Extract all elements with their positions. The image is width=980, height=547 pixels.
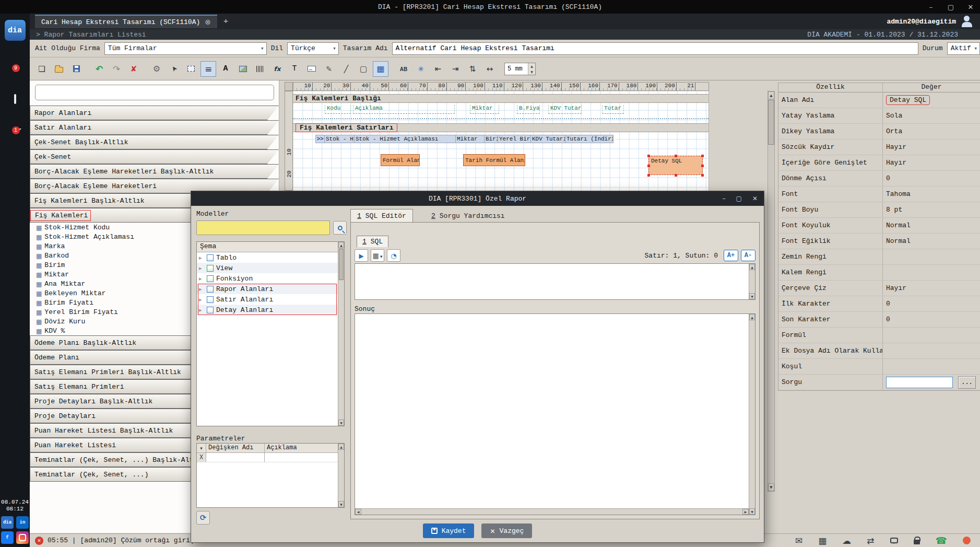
font-decrease-button[interactable]: A- bbox=[741, 250, 755, 261]
save-button[interactable]: Kaydet bbox=[423, 523, 475, 538]
social-instagram-icon[interactable] bbox=[16, 531, 29, 544]
result-vertical-scrollbar[interactable] bbox=[749, 314, 755, 515]
tree-item[interactable]: Satır Alanları bbox=[197, 294, 338, 305]
data-field-cell[interactable]: Biri bbox=[485, 135, 498, 143]
scroll-up-icon[interactable] bbox=[768, 91, 774, 99]
tree-item[interactable]: Tablo bbox=[197, 252, 338, 263]
minimize-icon[interactable] bbox=[927, 3, 935, 11]
line-button[interactable] bbox=[338, 61, 354, 77]
data-field-cell[interactable]: Stok - Hizmet Açıklaması bbox=[355, 135, 456, 143]
result-horizontal-scrollbar[interactable] bbox=[355, 508, 749, 515]
ab-field-button[interactable] bbox=[396, 61, 411, 77]
parameters-scrollbar[interactable] bbox=[338, 444, 344, 507]
tools-button[interactable] bbox=[149, 61, 164, 77]
sections-search-input[interactable] bbox=[35, 85, 274, 100]
organizer-button[interactable] bbox=[14, 95, 16, 103]
report-section-item[interactable]: Çek-Senet bbox=[30, 149, 279, 164]
data-field-cell[interactable]: Miktar bbox=[456, 135, 485, 143]
main-vertical-scrollbar[interactable] bbox=[768, 91, 775, 492]
apps-grid-icon[interactable] bbox=[818, 536, 826, 546]
property-value-cell[interactable]: Hayır bbox=[883, 281, 980, 296]
scrollbar-thumb[interactable] bbox=[339, 249, 344, 280]
model-search-button[interactable] bbox=[333, 221, 347, 235]
tree-scrollbar[interactable] bbox=[338, 242, 344, 426]
row-marker-cell[interactable]: >> bbox=[315, 135, 325, 143]
alert-icon[interactable] bbox=[35, 537, 43, 545]
data-field-cell[interactable]: Tutarı (İndirimli bbox=[565, 135, 613, 143]
dialog-minimize-icon[interactable] bbox=[723, 195, 726, 202]
dialog-close-icon[interactable] bbox=[752, 195, 758, 202]
tab-sql[interactable]: 1SQL bbox=[357, 236, 388, 247]
cancel-button[interactable]: Vazgeç bbox=[481, 523, 532, 538]
image-button[interactable] bbox=[235, 61, 251, 77]
design-canvas[interactable]: Fiş Kalemleri Başlığı KoduAçıklamaMiktar… bbox=[293, 91, 709, 191]
model-search-input[interactable] bbox=[196, 220, 330, 235]
dia-logo[interactable]: dia bbox=[5, 20, 26, 41]
scroll-down-icon[interactable] bbox=[749, 293, 755, 299]
open-button[interactable] bbox=[51, 61, 67, 77]
redo-button[interactable] bbox=[109, 61, 124, 77]
maximize-icon[interactable] bbox=[947, 3, 955, 11]
align-right-button[interactable] bbox=[447, 61, 463, 77]
band-layout-button[interactable] bbox=[200, 61, 216, 77]
band-fis-kalemleri-basligi[interactable]: Fiş Kalemleri Başlığı bbox=[293, 94, 709, 103]
scroll-up-icon[interactable] bbox=[749, 314, 755, 320]
scroll-left-icon[interactable] bbox=[355, 509, 361, 515]
pointer-button[interactable] bbox=[166, 61, 182, 77]
header-field-cell[interactable]: KDV Tutarı bbox=[548, 105, 582, 114]
durum-select[interactable]: Aktif bbox=[947, 42, 980, 55]
support-chat-icon[interactable] bbox=[890, 538, 898, 543]
run-query-button[interactable] bbox=[355, 249, 368, 262]
property-value-cell[interactable] bbox=[883, 328, 980, 343]
parameter-row[interactable]: X bbox=[197, 453, 344, 462]
select-area-button[interactable] bbox=[183, 61, 199, 77]
scroll-down-icon[interactable] bbox=[768, 483, 774, 491]
unit-size-spinner[interactable]: 5 mm bbox=[504, 63, 536, 75]
scrollbar-thumb[interactable] bbox=[768, 100, 774, 145]
tab-sql-editor[interactable]: 1SQL Editör bbox=[350, 209, 413, 223]
new-document-button[interactable] bbox=[34, 61, 50, 77]
tasarim-adi-input[interactable] bbox=[392, 42, 918, 55]
tab-close-icon[interactable] bbox=[205, 18, 211, 26]
query-options-button[interactable] bbox=[371, 249, 384, 262]
firma-select[interactable]: Tüm Firmalar bbox=[104, 42, 267, 55]
report-section-item[interactable]: Borç-Alacak Eşleme Hareketleri Başlık-Al… bbox=[30, 164, 279, 179]
phone-icon[interactable] bbox=[936, 535, 947, 546]
band-fis-kalemleri-satirlari[interactable]: Fiş Kalemleri Satırları bbox=[293, 123, 709, 132]
refresh-button[interactable] bbox=[196, 511, 210, 525]
tree-item[interactable]: Detay Alanları bbox=[197, 305, 338, 315]
property-value-cell[interactable]: Normal bbox=[883, 218, 980, 233]
tree-item[interactable]: Fonksiyon bbox=[197, 273, 338, 284]
property-value-cell[interactable]: 0 bbox=[883, 171, 980, 186]
formula-field-box[interactable]: Formül Alanı 6 bbox=[381, 154, 420, 166]
spinner-down-icon[interactable] bbox=[528, 69, 535, 75]
close-icon[interactable] bbox=[966, 3, 975, 11]
rounded-rect-button[interactable] bbox=[356, 61, 371, 77]
spinner-up-icon[interactable] bbox=[528, 63, 535, 69]
tree-item[interactable]: View bbox=[197, 263, 338, 273]
status-circle-icon[interactable] bbox=[963, 537, 971, 544]
distribute-vertical-button[interactable] bbox=[465, 61, 480, 77]
filter-dropdown-icon[interactable] bbox=[197, 444, 206, 452]
scroll-up-icon[interactable] bbox=[338, 242, 344, 248]
header-field-cell[interactable]: Açıklama bbox=[353, 105, 455, 114]
property-value-cell[interactable]: 0 bbox=[883, 296, 980, 311]
property-value-cell[interactable]: Orta bbox=[883, 124, 980, 139]
user-avatar-icon[interactable] bbox=[961, 16, 973, 27]
draw-button[interactable] bbox=[321, 61, 337, 77]
social-dia-icon[interactable]: dia bbox=[1, 516, 14, 529]
delete-button[interactable] bbox=[126, 61, 141, 77]
social-linkedin-icon[interactable]: in bbox=[16, 516, 29, 529]
currency-sync-icon[interactable] bbox=[867, 536, 874, 546]
data-field-cell[interactable]: KDV Tutarı bbox=[531, 135, 565, 143]
save-button[interactable] bbox=[68, 61, 84, 77]
property-value-cell[interactable] bbox=[883, 343, 980, 358]
sorgu-more-button[interactable]: ... bbox=[958, 376, 976, 389]
header-field-cell[interactable]: Kodu bbox=[325, 105, 351, 114]
scroll-up-icon[interactable] bbox=[749, 264, 755, 270]
barcode-button[interactable] bbox=[252, 61, 268, 77]
new-tab-button[interactable] bbox=[223, 17, 228, 26]
formula-button[interactable] bbox=[269, 61, 285, 77]
scroll-down-icon[interactable] bbox=[338, 420, 344, 426]
scroll-down-icon[interactable] bbox=[338, 501, 344, 507]
